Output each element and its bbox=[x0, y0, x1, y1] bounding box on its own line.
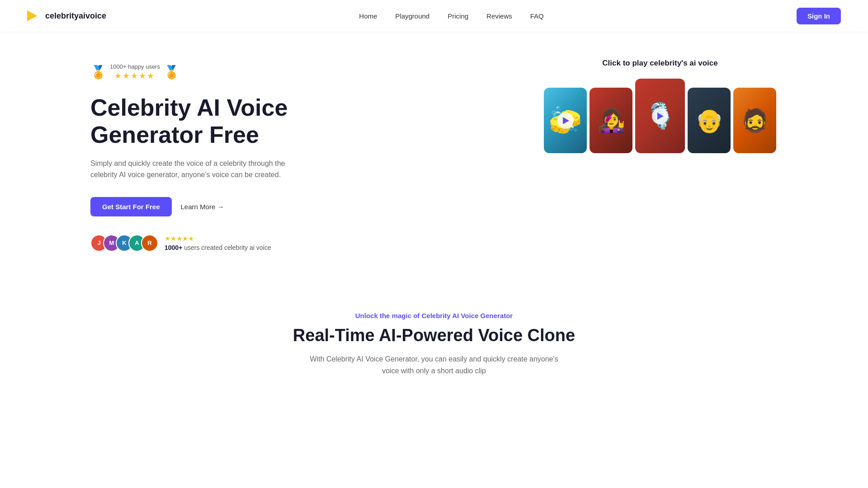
laurel-right-icon: 🏅 bbox=[164, 65, 179, 80]
cta-row: Get Start For Free Learn More → bbox=[90, 197, 335, 216]
avatar-5: R bbox=[141, 235, 158, 252]
nav-links: Home Playground Pricing Reviews FAQ bbox=[359, 12, 543, 20]
play-button-spongebob[interactable] bbox=[557, 113, 574, 129]
play-label: Click to play celebrity's ai voice bbox=[602, 59, 717, 68]
modi-bg: 🧔 bbox=[733, 88, 776, 153]
badge-wrap: 🏅 1000+ happy users ★★★★★ 🏅 bbox=[90, 63, 335, 81]
learn-more-link[interactable]: Learn More → bbox=[181, 203, 224, 211]
hero-left: 🏅 1000+ happy users ★★★★★ 🏅 Celebrity AI… bbox=[90, 59, 335, 252]
section-subtitle: Unlock the magic of Celebrity AI Voice G… bbox=[90, 312, 778, 319]
hero-description: Simply and quickly create the voice of a… bbox=[90, 158, 298, 181]
section-title: Real-Time AI-Powered Voice Clone bbox=[90, 326, 778, 345]
navbar: celebrityaivoice Home Playground Pricing… bbox=[0, 0, 868, 32]
badge-stars: ★★★★★ bbox=[114, 71, 155, 81]
celeb-card-trump[interactable]: 🎙️ bbox=[635, 79, 685, 153]
celeb-card-spongebob[interactable]: 🧽 bbox=[544, 88, 587, 153]
celeb-cards: 🧽 👩‍🎤 🎙️ bbox=[542, 79, 778, 153]
avatar-stack: J M K A R bbox=[90, 235, 158, 252]
badge-text: 1000+ happy users bbox=[110, 63, 160, 70]
taylor-bg: 👩‍🎤 bbox=[590, 88, 632, 153]
get-start-button[interactable]: Get Start For Free bbox=[90, 197, 172, 216]
user-proof: J M K A R ★★★★★ 1000+ users created cele… bbox=[90, 235, 335, 252]
section-description: With Celebrity AI Voice Generator, you c… bbox=[307, 353, 561, 376]
proof-count: 1000+ bbox=[165, 244, 182, 251]
hero-title: Celebrity AI Voice Generator Free bbox=[90, 94, 335, 149]
proof-text: 1000+ users created celebrity ai voice bbox=[165, 244, 271, 251]
play-triangle-trump-icon bbox=[657, 113, 664, 120]
logo-icon bbox=[27, 9, 42, 23]
proof-stars: ★★★★★ bbox=[165, 235, 271, 243]
play-button-trump[interactable] bbox=[652, 108, 668, 124]
nav-playground[interactable]: Playground bbox=[395, 12, 429, 20]
celeb-card-taylor[interactable]: 👩‍🎤 bbox=[590, 88, 632, 153]
celeb-card-modi[interactable]: 🧔 bbox=[733, 88, 776, 153]
hero-section: 🏅 1000+ happy users ★★★★★ 🏅 Celebrity AI… bbox=[0, 32, 868, 285]
laurel-left-icon: 🏅 bbox=[90, 65, 106, 80]
hero-right: Click to play celebrity's ai voice 🧽 👩‍🎤 bbox=[542, 59, 778, 153]
logo-text: celebrityaivoice bbox=[45, 11, 106, 21]
bottom-section: Unlock the magic of Celebrity AI Voice G… bbox=[0, 285, 868, 394]
nav-faq[interactable]: FAQ bbox=[530, 12, 544, 20]
nav-reviews[interactable]: Reviews bbox=[486, 12, 512, 20]
proof-suffix: users created celebrity ai voice bbox=[182, 244, 271, 251]
play-triangle-icon bbox=[563, 117, 569, 124]
sign-in-button[interactable]: Sign In bbox=[797, 8, 841, 24]
proof-text-block: ★★★★★ 1000+ users created celebrity ai v… bbox=[165, 235, 271, 252]
badge-content: 1000+ happy users ★★★★★ bbox=[110, 63, 160, 81]
logo-link[interactable]: celebrityaivoice bbox=[27, 9, 106, 23]
biden-bg: 👴 bbox=[688, 88, 731, 153]
celeb-card-biden[interactable]: 👴 bbox=[688, 88, 731, 153]
nav-home[interactable]: Home bbox=[359, 12, 377, 20]
nav-pricing[interactable]: Pricing bbox=[448, 12, 468, 20]
